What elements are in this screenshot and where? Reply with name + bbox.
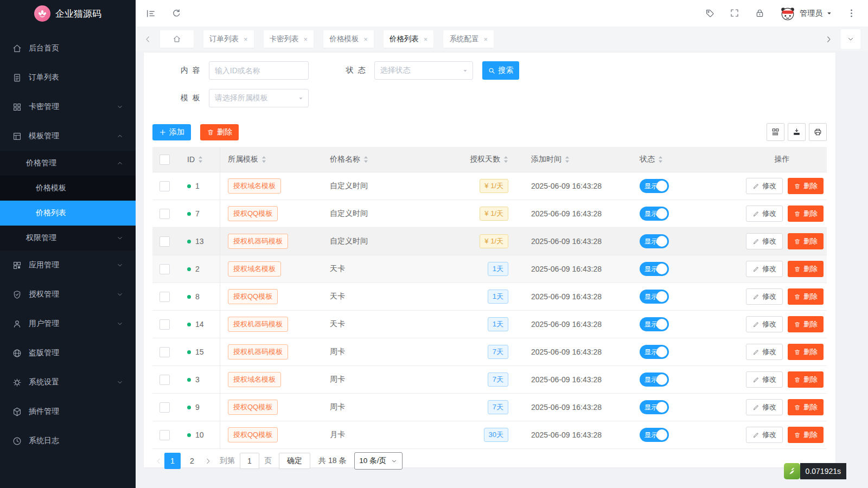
tab-0[interactable]: 订单列表× [203,30,254,48]
sort-icon[interactable] [503,156,508,163]
sidebar-item-app[interactable]: 应用管理 [0,251,136,280]
sidebar-item-home[interactable]: 后台首页 [0,34,136,63]
confirm-button[interactable]: 确定 [279,453,310,469]
sort-icon[interactable] [198,156,203,163]
sidebar-item-gear[interactable]: 系统设置 [0,368,136,397]
status-toggle[interactable]: 显示 [640,345,669,359]
tab-4[interactable]: 系统配置× [443,30,494,48]
edit-button[interactable]: 修改 [746,371,783,388]
row-checkbox[interactable] [159,209,170,219]
sidebar-item-plugin[interactable]: 插件管理 [0,397,136,426]
lock-icon[interactable] [755,8,765,19]
status-toggle[interactable]: 显示 [640,373,669,387]
sidebar-item-shield[interactable]: 授权管理 [0,280,136,309]
status-toggle[interactable]: 显示 [640,317,669,331]
status-toggle[interactable]: 显示 [640,400,669,414]
sort-icon[interactable] [261,156,266,163]
page-1-button[interactable]: 1 [164,453,181,469]
close-icon[interactable]: × [304,36,308,43]
delete-button[interactable]: 删除 [788,206,824,222]
edit-button[interactable]: 修改 [746,233,783,249]
row-checkbox[interactable] [159,181,170,191]
edit-button[interactable]: 修改 [746,344,783,360]
sidebar-item-globe[interactable]: 盗版管理 [0,338,136,368]
delete-button[interactable]: 删除 [788,233,824,249]
delete-button[interactable]: 删除 [788,344,824,360]
search-button[interactable]: 搜索 [482,61,519,80]
row-checkbox[interactable] [159,292,170,302]
export-button[interactable] [788,123,806,141]
status-toggle[interactable]: 显示 [640,428,669,442]
user-menu[interactable]: 管理员 [780,5,832,22]
status-toggle[interactable]: 显示 [640,179,669,193]
edit-button[interactable]: 修改 [746,206,783,222]
refresh-icon[interactable] [171,8,182,19]
sidebar-item-user[interactable]: 用户管理 [0,309,136,338]
fullscreen-icon[interactable] [730,8,741,19]
filter-columns-button[interactable] [767,123,784,141]
sort-icon[interactable] [565,156,570,163]
sort-icon[interactable] [363,156,368,163]
delete-button[interactable]: 删除 [788,399,824,415]
tag-icon[interactable] [705,8,716,19]
row-checkbox[interactable] [159,319,170,330]
collapse-menu-icon[interactable] [145,8,156,19]
template-select[interactable]: 请选择所属模板 [209,89,309,107]
delete-button[interactable]: 删除 [788,178,824,194]
delete-button[interactable]: 删除 [788,371,824,388]
tab-home[interactable] [160,30,194,48]
sidebar-item-sub-4[interactable]: 价格管理 [0,151,136,176]
tabs-scroll-left-icon[interactable] [143,35,152,44]
status-select[interactable]: 选择状态 [374,61,473,80]
delete-button[interactable]: 删除 [788,288,824,305]
row-checkbox[interactable] [159,430,170,440]
tab-3[interactable]: 价格列表× [384,30,434,48]
sidebar-item-clock[interactable]: 系统日志 [0,426,136,455]
row-checkbox[interactable] [159,236,170,247]
select-all-checkbox[interactable] [159,155,170,165]
goto-page-input[interactable] [240,453,259,469]
row-checkbox[interactable] [159,375,170,385]
page-size-select[interactable]: 10 条/页 [354,452,403,470]
close-icon[interactable]: × [363,36,368,43]
sidebar-item-sub-6[interactable]: 价格列表 [0,201,136,226]
sidebar-item-order[interactable]: 订单列表 [0,63,136,92]
delete-button[interactable]: 删除 [788,261,824,277]
row-checkbox[interactable] [159,402,170,413]
tab-1[interactable]: 卡密列表× [264,30,314,48]
row-checkbox[interactable] [159,264,170,274]
print-button[interactable] [809,123,827,141]
sidebar-item-sub-5[interactable]: 价格模板 [0,176,136,201]
more-icon[interactable] [846,8,857,19]
delete-button[interactable]: 删除 [788,316,824,332]
delete-button[interactable]: 删除 [788,427,824,443]
edit-button[interactable]: 修改 [746,288,783,305]
close-icon[interactable]: × [244,36,248,43]
content-search-input[interactable] [209,61,309,80]
sidebar-item-template[interactable]: 模板管理 [0,121,136,151]
next-page-icon[interactable] [204,457,212,465]
page-2-button[interactable]: 2 [184,453,200,469]
close-icon[interactable]: × [424,36,428,43]
edit-button[interactable]: 修改 [746,261,783,277]
add-button[interactable]: 添加 [152,124,191,140]
status-toggle[interactable]: 显示 [640,262,669,276]
row-checkbox[interactable] [159,347,170,357]
edit-button[interactable]: 修改 [746,178,783,194]
tab-2[interactable]: 价格模板× [323,30,374,48]
status-toggle[interactable]: 显示 [640,234,669,248]
close-icon[interactable]: × [483,36,488,43]
prev-page-icon[interactable] [155,457,163,465]
edit-button[interactable]: 修改 [746,427,783,443]
edit-button[interactable]: 修改 [746,399,783,415]
status-toggle[interactable]: 显示 [640,290,669,304]
sort-icon[interactable] [658,156,663,163]
tabs-scroll-right-icon[interactable] [824,35,833,44]
sidebar-item-sub-7[interactable]: 权限管理 [0,226,136,251]
batch-delete-button[interactable]: 删除 [200,124,239,140]
status-toggle[interactable]: 显示 [640,207,669,221]
sidebar-item-card[interactable]: 卡密管理 [0,92,136,121]
col-name: 价格名称 [330,155,360,164]
edit-button[interactable]: 修改 [746,316,783,332]
tabs-dropdown-button[interactable] [841,29,860,49]
